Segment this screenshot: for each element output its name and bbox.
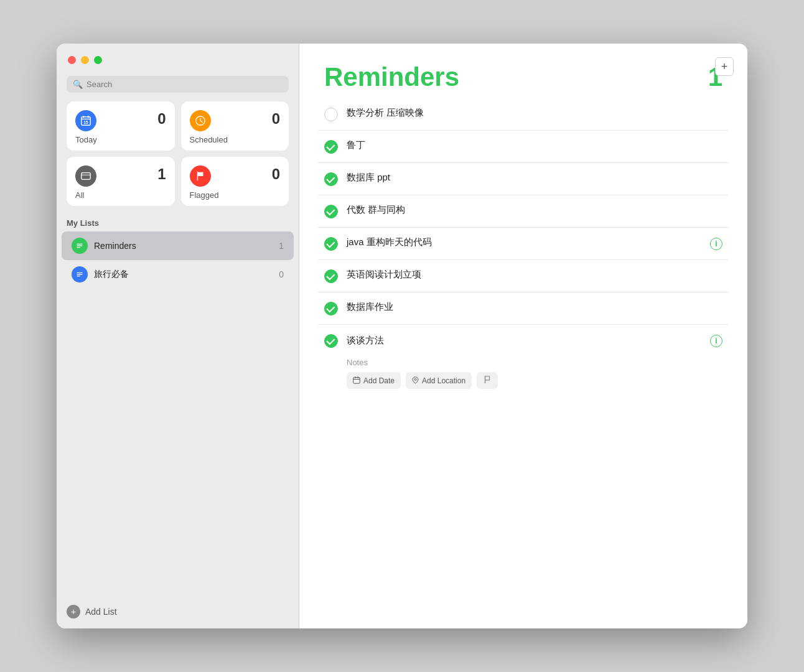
add-list-icon: + [67,605,80,618]
sidebar: 🔍 15 0 Today [57,44,299,628]
svg-point-21 [414,378,416,380]
reminder-checkbox-3[interactable] [324,172,338,186]
reminder-title-2: 鲁丁 [347,139,365,150]
search-bar[interactable]: 🔍 [67,76,289,93]
reminders-list: 数学分析 压缩映像 鲁丁 数据库 ppt 代数 群与同构 [299,98,747,628]
reminder-checkbox-6[interactable] [324,269,338,283]
maximize-button[interactable] [94,56,102,64]
add-date-label: Add Date [363,376,395,385]
reminders-list-icon [72,238,88,254]
table-row: 数据库 ppt [318,163,729,195]
reminder-title-1: 数学分析 压缩映像 [347,107,424,118]
traffic-lights [68,56,102,64]
reminder-content-4: 代数 群与同构 [347,204,722,216]
table-row: 英语阅读计划立项 [318,260,729,292]
reminders-list-count: 1 [279,241,284,251]
smart-card-all[interactable]: 1 All [67,157,175,206]
reminder-content-1: 数学分析 压缩映像 [347,107,722,119]
add-list-footer[interactable]: + Add List [57,595,299,628]
all-label: All [75,190,166,200]
calendar-icon [353,376,360,385]
smart-card-today[interactable]: 15 0 Today [67,101,175,151]
main-header: Reminders 1 [299,44,747,98]
list-item-reminders[interactable]: Reminders 1 [62,231,294,260]
travel-list-label: 旅行必备 [94,269,273,280]
travel-list-count: 0 [279,269,284,279]
travel-list-icon [72,266,88,282]
table-row: java 重构昨天的代码 i [318,228,729,260]
all-icon [75,166,96,187]
table-row: 数据库作业 [318,292,729,325]
today-icon: 15 [75,110,96,131]
reminder-content-7: 数据库作业 [347,301,722,313]
main-content: + Reminders 1 数学分析 压缩映像 鲁丁 数据库 [299,44,747,628]
reminder-content-3: 数据库 ppt [347,172,722,184]
reminder-checkbox-4[interactable] [324,205,338,218]
table-row: 鲁丁 [318,131,729,163]
reminder-title-3: 数据库 ppt [347,172,390,182]
smart-lists: 15 0 Today 0 [67,101,289,206]
titlebar [57,44,299,76]
reminder-checkbox-2[interactable] [324,140,338,154]
flag-button[interactable] [477,372,498,389]
flagged-count: 0 [272,166,280,183]
smart-card-scheduled[interactable]: 0 Scheduled [181,101,289,151]
scheduled-icon [190,110,211,131]
svg-text:15: 15 [83,120,88,124]
svg-rect-17 [353,377,360,383]
reminder-title-8: 谈谈方法 [347,335,384,345]
table-row: 代数 群与同构 [318,195,729,228]
reminder-title-5: java 重构昨天的代码 [347,236,432,247]
add-location-label: Add Location [422,376,465,385]
reminder-content-5: java 重构昨天的代码 [347,236,722,248]
reminder-checkbox-7[interactable] [324,302,338,315]
add-reminder-button[interactable]: + [715,57,734,76]
my-lists-section-title: My Lists [57,218,299,228]
svg-line-7 [200,121,203,123]
today-count: 0 [157,110,166,128]
scheduled-count: 0 [272,110,280,128]
reminder-checkbox-5[interactable] [324,237,338,251]
minimize-button[interactable] [81,56,89,64]
reminder-notes-8: Notes [347,358,722,367]
search-input[interactable] [86,80,283,89]
lists-container: Reminders 1 旅行必备 0 [57,231,299,595]
table-row: 谈谈方法 i Notes [318,325,729,398]
info-icon-8[interactable]: i [710,335,722,347]
reminder-checkbox-8[interactable] [324,334,338,348]
close-button[interactable] [68,56,76,64]
reminder-title-6: 英语阅读计划立项 [347,269,421,279]
reminder-title-4: 代数 群与同构 [347,204,405,215]
add-list-label: Add List [85,607,117,617]
reminders-list-label: Reminders [94,241,273,251]
reminder-content-2: 鲁丁 [347,139,722,151]
scheduled-label: Scheduled [190,135,281,144]
reminder-checkbox-1[interactable] [324,108,338,121]
list-item-travel[interactable]: 旅行必备 0 [62,260,294,289]
flagged-label: Flagged [190,190,281,200]
table-row: 数学分析 压缩映像 [318,98,729,131]
info-icon-5[interactable]: i [710,238,722,250]
svg-rect-8 [82,173,90,180]
app-window: 🔍 15 0 Today [57,44,747,628]
reminder-title-7: 数据库作业 [347,301,393,312]
all-count: 1 [157,166,166,183]
add-date-button[interactable]: Add Date [347,372,401,389]
add-location-button[interactable]: Add Location [406,372,472,389]
reminder-content-6: 英语阅读计划立项 [347,269,722,281]
today-label: Today [75,135,166,144]
search-icon: 🔍 [73,80,83,89]
main-title: Reminders [324,62,459,92]
reminder-content-8: 谈谈方法 [347,335,701,347]
location-icon [412,376,419,385]
smart-card-flagged[interactable]: 0 Flagged [181,157,289,206]
reminder-actions-8: Add Date Add Location [347,372,722,389]
flagged-icon [190,166,211,187]
